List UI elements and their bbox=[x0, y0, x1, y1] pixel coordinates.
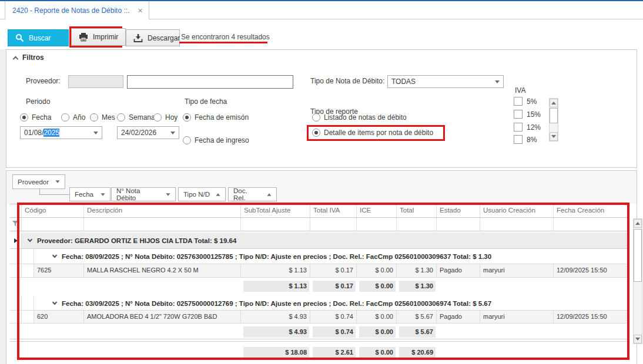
radio-icon bbox=[183, 113, 191, 122]
collapse-group-icon[interactable] bbox=[52, 253, 57, 258]
cell-fecha-creacion: 12/09/2025 15:50 bbox=[554, 264, 629, 277]
subtotal-total-value: $ 1.30 bbox=[399, 281, 436, 292]
date-from-prefix: 01/08/ bbox=[24, 129, 43, 137]
filter-cell-usuario[interactable] bbox=[480, 218, 554, 231]
column-header-usuario[interactable]: Usuario Creación bbox=[480, 204, 554, 217]
proveedor-name-input[interactable] bbox=[127, 75, 293, 89]
chip-label: N° Nota Débito bbox=[116, 187, 160, 201]
descargar-button[interactable]: Descargar bbox=[126, 29, 180, 46]
chip-label: Fecha bbox=[75, 191, 93, 198]
tab-reporte-notas-debito[interactable]: 2420 - Reporte de Notas de Débito ::. × bbox=[5, 1, 149, 19]
cell-descripcion: MALLA RASCHEL NEGRO 4.2 X 50 M bbox=[84, 264, 241, 277]
radio-label: Listado de notas de débito bbox=[324, 113, 407, 122]
filter-cell-subtotal[interactable] bbox=[241, 218, 310, 231]
group-chip-tipo-nd[interactable]: Tipo N/D bbox=[178, 187, 226, 201]
left-gutter bbox=[0, 49, 6, 364]
grand-total-total: $ 20.69 bbox=[399, 347, 436, 358]
tab-close-icon[interactable]: × bbox=[138, 6, 142, 15]
filter-cell-descripcion[interactable] bbox=[84, 218, 241, 231]
radio-periodo-semana[interactable]: Semana bbox=[117, 113, 155, 122]
radio-periodo-hoy[interactable]: Hoy bbox=[153, 113, 178, 122]
scroll-down-icon[interactable] bbox=[634, 335, 642, 343]
radio-fecha-emision[interactable]: Fecha de emisón bbox=[183, 113, 249, 122]
scroll-up-icon[interactable] bbox=[634, 219, 642, 228]
column-header-total-iva[interactable]: Total IVA bbox=[310, 204, 357, 217]
group-row-fecha-2[interactable]: Fecha: 03/09/2025 ; N° Nota Débito: 0257… bbox=[10, 296, 629, 311]
chip-label: Proveedor bbox=[18, 178, 49, 186]
column-header-subtotal[interactable]: SubTotal Ajuste bbox=[241, 204, 310, 217]
group-row-fecha-1[interactable]: Fecha: 08/09/2025 ; N° Nota Débito: 0257… bbox=[10, 249, 629, 264]
filters-panel: Filtros Proveedor: Tipo de Nota de Débit… bbox=[6, 49, 637, 168]
proveedor-code-input[interactable] bbox=[68, 75, 123, 88]
radio-label: Fecha bbox=[32, 113, 51, 122]
radio-periodo-ano[interactable]: Año bbox=[61, 113, 85, 122]
checkbox-iva-15[interactable]: 15% bbox=[514, 110, 541, 119]
checkbox-iva-5[interactable]: 5% bbox=[514, 97, 537, 106]
tab-title: 2420 - Reporte de Notas de Débito ::. bbox=[12, 6, 129, 15]
checkbox-iva-8[interactable]: 8% bbox=[514, 135, 537, 144]
buscar-button[interactable]: Buscar bbox=[8, 29, 69, 46]
filter-cell-total[interactable] bbox=[397, 218, 437, 231]
checkbox-icon bbox=[514, 123, 523, 132]
sort-up-icon bbox=[216, 193, 220, 196]
row-arrow-icon bbox=[14, 238, 18, 243]
radio-label: Año bbox=[73, 113, 85, 122]
filters-header[interactable]: Filtros bbox=[14, 53, 44, 62]
group-chip-proveedor[interactable]: Proveedor bbox=[12, 174, 65, 189]
radio-icon bbox=[20, 113, 28, 122]
radio-fecha-ingreso[interactable]: Fecha de ingreso bbox=[183, 136, 249, 144]
proveedor-label: Proveedor: bbox=[26, 77, 61, 85]
tipo-nota-label: Tipo de Nota de Débito: bbox=[310, 77, 384, 85]
iva-scrollbar[interactable] bbox=[549, 98, 558, 141]
checkbox-iva-12[interactable]: 12% bbox=[514, 123, 541, 132]
cell-subtotal: $ 4.93 bbox=[241, 311, 310, 323]
date-to-picker[interactable]: 24/02/2026 bbox=[117, 126, 179, 139]
radio-listado-notas[interactable]: Listado de notas de débito bbox=[312, 113, 407, 122]
scroll-up-icon[interactable] bbox=[550, 99, 558, 107]
radio-periodo-fecha[interactable]: Fecha bbox=[20, 113, 51, 122]
group-row-proveedor[interactable]: Proveedor: GERARDO ORTIZ E HIJOS CIA LTD… bbox=[10, 232, 629, 249]
column-header-descripcion[interactable]: Descripción bbox=[84, 204, 241, 217]
date-from-selected-segment: 2025 bbox=[43, 129, 59, 137]
filter-cell-codigo[interactable] bbox=[22, 218, 84, 231]
filter-cell-total-iva[interactable] bbox=[310, 218, 357, 231]
radio-icon bbox=[312, 129, 320, 137]
table-row[interactable]: 620 AMOLADORA BED 4 1/2" 720W G720B B&D … bbox=[10, 311, 629, 323]
checkbox-label: 8% bbox=[527, 136, 537, 144]
table-row[interactable]: 7625 MALLA RASCHEL NEGRO 4.2 X 50 M $ 1.… bbox=[10, 264, 629, 278]
imprimir-button[interactable]: Imprimir bbox=[71, 28, 126, 46]
download-icon bbox=[133, 33, 143, 43]
grand-total-ice: $ 0.00 bbox=[359, 347, 396, 358]
radio-detalle-items[interactable]: Detalle de items por nota de débito bbox=[312, 129, 433, 137]
filter-cell-estado[interactable] bbox=[437, 218, 480, 231]
chevron-down-icon bbox=[93, 132, 98, 134]
tipo-nota-select[interactable]: TODAS bbox=[387, 75, 504, 88]
collapse-group-icon[interactable] bbox=[52, 300, 57, 305]
scroll-down-icon[interactable] bbox=[550, 132, 558, 141]
group-chip-fecha[interactable]: Fecha bbox=[69, 187, 110, 201]
filter-cell-ice[interactable] bbox=[357, 218, 397, 231]
date-from-picker[interactable]: 01/08/2025 bbox=[20, 126, 102, 139]
column-header-estado[interactable]: Estado bbox=[437, 204, 480, 217]
group-connector bbox=[39, 194, 69, 195]
descargar-label: Descargar bbox=[148, 34, 180, 42]
scrollbar-thumb[interactable] bbox=[634, 229, 642, 282]
radio-periodo-mes[interactable]: Mes bbox=[90, 113, 115, 122]
printer-icon bbox=[79, 33, 88, 42]
column-header-ice[interactable]: ICE bbox=[357, 204, 397, 217]
radio-icon bbox=[183, 136, 191, 144]
radio-icon bbox=[90, 113, 98, 122]
group-chip-nota-debito[interactable]: N° Nota Débito bbox=[111, 187, 176, 201]
column-header-codigo[interactable]: Código bbox=[22, 204, 84, 217]
collapse-group-icon[interactable] bbox=[28, 237, 32, 242]
filter-cell-fecha[interactable] bbox=[554, 218, 629, 231]
subtotal-ajuste-value: $ 1.13 bbox=[243, 281, 309, 292]
grid-scrollbar[interactable] bbox=[633, 218, 642, 344]
scrollbar-thumb[interactable] bbox=[550, 108, 558, 123]
radio-icon bbox=[312, 113, 320, 122]
column-header-total[interactable]: Total bbox=[397, 204, 437, 217]
tipo-nota-value: TODAS bbox=[391, 77, 416, 86]
group-chip-doc-rel[interactable]: Doc. Rel. bbox=[228, 187, 277, 201]
cell-total: $ 1.30 bbox=[397, 264, 437, 277]
column-header-fecha-creacion[interactable]: Fecha Creación bbox=[554, 204, 629, 217]
